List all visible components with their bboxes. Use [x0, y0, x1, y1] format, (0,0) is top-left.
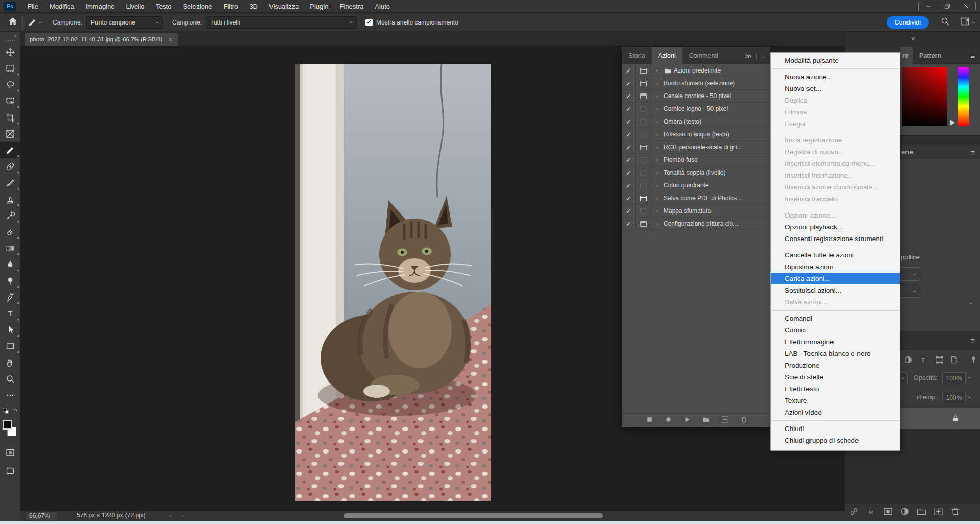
- status-expander-icon[interactable]: ›: [169, 512, 172, 518]
- action-row[interactable]: ✓›Canale cornice - 50 pixel: [622, 90, 770, 103]
- show-sampling-ring-checkbox[interactable]: ✓: [365, 19, 373, 26]
- action-dialog-toggle[interactable]: [636, 192, 651, 204]
- expander-icon[interactable]: ›: [651, 106, 664, 112]
- expander-icon[interactable]: ›: [651, 170, 664, 176]
- action-dialog-toggle[interactable]: [636, 128, 651, 140]
- workspace-icon[interactable]: [960, 16, 970, 28]
- expander-icon[interactable]: ›: [651, 195, 664, 201]
- action-dialog-toggle[interactable]: [636, 103, 651, 115]
- menu-item-lab-tecnica-bianco-e-nero[interactable]: LAB - Tecnica bianco e nero: [771, 348, 900, 360]
- expander-icon[interactable]: ›: [651, 221, 664, 227]
- tool-path-selection[interactable]: [0, 322, 20, 338]
- action-name[interactable]: Bordo sfumato (selezione): [664, 80, 735, 87]
- tool-history-brush[interactable]: [0, 207, 20, 224]
- menu-testo[interactable]: Testo: [150, 0, 177, 13]
- tool-rectangle[interactable]: [0, 338, 20, 354]
- menu-immagine[interactable]: Immagine: [80, 0, 120, 13]
- tab-azioni[interactable]: Azioni: [652, 47, 682, 64]
- tool-brush[interactable]: [0, 175, 20, 191]
- action-dialog-toggle[interactable]: [636, 218, 651, 230]
- tab-pattern[interactable]: Pattern: [919, 47, 941, 64]
- chevron-down-icon[interactable]: ›: [967, 396, 973, 398]
- default-colors-icon[interactable]: [2, 407, 10, 417]
- action-include-checkbox[interactable]: ✓: [622, 166, 636, 179]
- expander-icon[interactable]: ›: [651, 144, 664, 150]
- menu-item-effetti-testo[interactable]: Effetti testo: [771, 383, 900, 395]
- adjustment-icon[interactable]: [899, 506, 910, 519]
- menu-visualizza[interactable]: Visualizza: [263, 0, 304, 13]
- fx-icon[interactable]: fx: [866, 506, 876, 519]
- action-dialog-toggle[interactable]: [636, 141, 651, 153]
- action-row[interactable]: ✓›Ombra (testo): [622, 115, 770, 128]
- panel-menu-icon[interactable]: ≡: [970, 148, 975, 157]
- action-row[interactable]: ✓›Configurazione pittura clo...: [622, 218, 770, 230]
- action-name[interactable]: Salva come PDF di Photos...: [664, 195, 742, 202]
- action-dialog-toggle[interactable]: [636, 154, 651, 166]
- tool-crop[interactable]: [0, 109, 20, 126]
- tool-gradient[interactable]: [0, 240, 20, 256]
- menu-item-chiudi-gruppo-di-schede[interactable]: Chiudi gruppo di schede: [771, 435, 900, 446]
- new-action-icon[interactable]: [721, 415, 729, 426]
- panel-collapse-icon[interactable]: ≫: [745, 52, 752, 60]
- menu-item-texture[interactable]: Texture: [771, 395, 900, 407]
- restore-button[interactable]: [938, 2, 957, 11]
- chevron-down-icon[interactable]: ›: [971, 21, 977, 23]
- action-include-checkbox[interactable]: ✓: [622, 90, 636, 102]
- menu-selezione[interactable]: Selezione: [177, 0, 217, 13]
- menu-item-effetti-immagine[interactable]: Effetti immagine: [771, 336, 900, 348]
- share-button[interactable]: Condividi: [887, 16, 929, 29]
- swap-colors-icon[interactable]: [11, 407, 19, 417]
- new-layer-icon[interactable]: [933, 506, 944, 519]
- action-dialog-toggle[interactable]: [636, 115, 651, 128]
- close-button[interactable]: [957, 2, 975, 11]
- dock-collapse-icon[interactable]: «: [911, 34, 915, 42]
- action-name[interactable]: Cornice legno - 50 pixel: [664, 105, 728, 112]
- close-tab-icon[interactable]: ×: [168, 36, 173, 43]
- expander-icon[interactable]: ›: [651, 208, 664, 214]
- action-include-checkbox[interactable]: ✓: [622, 192, 636, 204]
- menu-livello[interactable]: Livello: [120, 0, 150, 13]
- expander-icon[interactable]: ›: [651, 157, 664, 163]
- action-name[interactable]: Tonalità seppia (livello): [664, 169, 725, 176]
- menu-item-consenti-registrazione-strumenti[interactable]: Consenti registrazione strumenti: [771, 233, 900, 245]
- minimize-button[interactable]: [919, 2, 938, 11]
- tool-type[interactable]: T: [0, 305, 20, 322]
- foreground-color-swatch[interactable]: [3, 420, 12, 430]
- tab-storia[interactable]: Storia: [622, 47, 652, 64]
- scrollbar-left-arrow-icon[interactable]: ‹: [182, 512, 184, 518]
- action-include-checkbox[interactable]: ✓: [622, 179, 636, 192]
- tool-blur[interactable]: [0, 256, 20, 273]
- action-include-checkbox[interactable]: ✓: [622, 218, 636, 230]
- tool-clone-stamp[interactable]: [0, 191, 20, 207]
- layer-mask-icon[interactable]: [883, 506, 893, 519]
- expander-icon[interactable]: ›: [651, 131, 664, 137]
- tab-librerie-partial[interactable]: erie: [901, 145, 913, 159]
- saturation-brightness-square[interactable]: [902, 67, 947, 126]
- hue-strip[interactable]: [958, 67, 969, 126]
- horizontal-scrollbar-thumb[interactable]: [344, 513, 603, 518]
- menu-item-chiudi[interactable]: Chiudi: [771, 423, 900, 435]
- action-row[interactable]: ✓›RGB personale-scala di gri...: [622, 141, 770, 154]
- tool-zoom[interactable]: [0, 371, 20, 387]
- search-icon[interactable]: [940, 16, 950, 28]
- menu-item-modalità-pulsante[interactable]: Modalità pulsante: [771, 55, 900, 66]
- action-row[interactable]: ✓›Colori quadrante: [622, 179, 770, 192]
- action-row[interactable]: ✓›Piombo fuso: [622, 154, 770, 166]
- menu-item-azioni-video[interactable]: Azioni video: [771, 407, 900, 418]
- action-include-checkbox[interactable]: ✓: [622, 115, 636, 128]
- stop-icon[interactable]: [645, 415, 654, 426]
- menu-item-nuova-azione[interactable]: Nuova azione...: [771, 71, 900, 83]
- action-include-checkbox[interactable]: ✓: [622, 141, 636, 153]
- expander-icon[interactable]: ›: [651, 67, 664, 74]
- tool-move[interactable]: [0, 44, 20, 60]
- action-include-checkbox[interactable]: ✓: [622, 64, 636, 77]
- tool-spot-healing[interactable]: [0, 158, 20, 175]
- menu-item-scie-di-stelle[interactable]: Scie di stelle: [771, 371, 900, 383]
- action-row[interactable]: ✓›Tonalità seppia (livello): [622, 166, 770, 179]
- screen-mode-icon[interactable]: [5, 466, 15, 478]
- menu-item-nuovo-set[interactable]: Nuovo set...: [771, 83, 900, 94]
- tool-rectangular-marquee[interactable]: [0, 60, 20, 77]
- expander-icon[interactable]: ›: [651, 93, 664, 99]
- tool-dodge[interactable]: [0, 273, 20, 289]
- action-name[interactable]: Ombra (testo): [664, 118, 701, 125]
